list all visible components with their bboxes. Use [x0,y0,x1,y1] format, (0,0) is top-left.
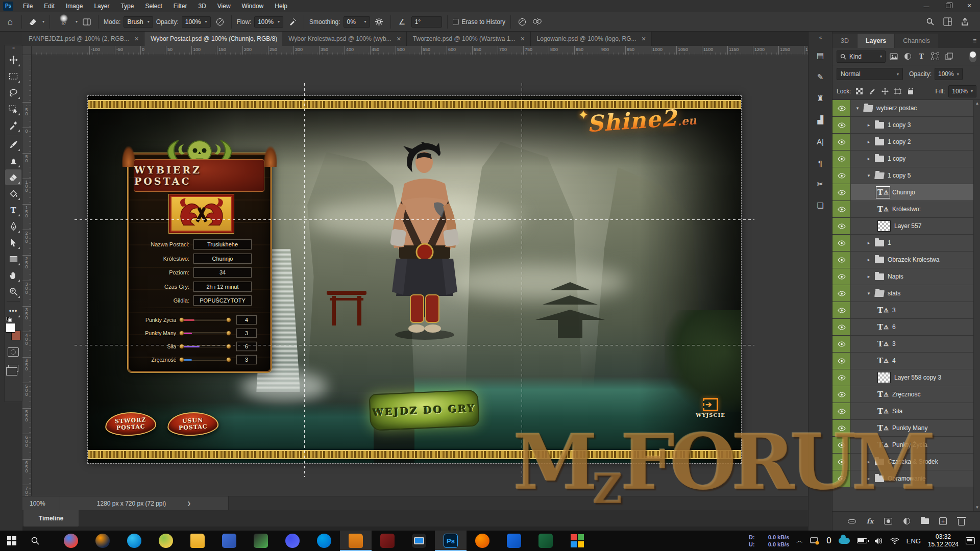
group-chevron-icon[interactable]: ▸ [866,122,871,128]
menu-window[interactable]: Window [236,0,270,12]
canvas[interactable]: ✦ Shine2.eu [88,96,741,463]
visibility-eye-icon[interactable] [832,167,851,184]
taskbar-search-button[interactable] [23,531,47,551]
eraser-preset-icon[interactable] [27,16,39,28]
visibility-eye-icon[interactable] [832,353,851,369]
scroll-up-icon[interactable]: ▲ [974,100,980,107]
erase-to-history-checkbox[interactable] [453,19,459,25]
visibility-eye-icon[interactable] [832,369,851,386]
blend-mode-select[interactable]: Normal▾ [837,68,903,80]
taskbar-app-teamviewer[interactable] [498,531,530,551]
brush-panel-toggle-icon[interactable] [81,16,93,28]
glyphs-panel-icon[interactable]: ✂ [812,176,829,193]
tab-3d[interactable]: 3D [832,34,857,48]
notification-center-icon[interactable] [966,537,975,544]
layer-row-3[interactable]: T⚠3 [832,336,980,353]
layer-row-layer-558-copy-3[interactable]: Layer 558 copy 3 [832,369,980,386]
menu-view[interactable]: View [212,0,236,12]
layer-row-zr-czno[interactable]: T⚠Zręczność [832,386,980,403]
horizontal-ruler[interactable]: -100-50050100150200250300350400450500550… [32,46,808,55]
paint-symmetry-icon[interactable] [531,16,544,28]
link-layers-icon[interactable] [846,515,858,528]
screen-mode-button[interactable] [8,365,18,372]
layer-row-3[interactable]: T⚠3 [832,302,980,319]
collapse-panels-icon[interactable]: « [808,32,832,43]
group-chevron-icon[interactable]: ▸ [866,274,871,279]
menu-select[interactable]: Select [139,0,167,12]
marquee-tool[interactable] [5,68,21,84]
taskbar-app-browser-chrome[interactable] [55,531,87,551]
path-selection-tool[interactable] [5,235,21,251]
eraser-tool[interactable] [5,169,21,185]
layer-row-napis[interactable]: ▸Napis [832,268,980,285]
layer-mask-icon[interactable] [882,515,894,528]
visibility-eye-icon[interactable] [832,268,851,285]
stat-slider-punkty-ycia[interactable] [179,317,231,322]
taskbar-app-app-dev-tool[interactable] [245,531,277,551]
wifi-icon[interactable] [890,537,899,544]
taskbar-app-photoshop[interactable]: Ps [435,531,467,551]
menu-help[interactable]: Help [269,0,293,12]
battery-icon[interactable] [857,538,867,543]
tab-channels[interactable]: Channels [895,34,938,48]
taskbar-app-browser-firefox-dark[interactable] [87,531,118,551]
tab-close-icon[interactable]: ✕ [397,36,401,42]
document-tab-4[interactable]: Tworzenie.psd @ 100% (Warstwa 1...✕ [407,32,531,46]
visibility-eye-icon[interactable] [832,437,851,453]
visibility-eye-icon[interactable] [832,252,851,268]
group-chevron-icon[interactable]: ▸ [866,156,871,161]
guide-horizontal-2[interactable] [75,345,754,345]
filter-shape-icon[interactable] [929,51,941,62]
search-icon[interactable] [924,16,936,28]
exit-button[interactable]: WYJSCIE [694,398,727,422]
visibility-eye-icon[interactable] [832,470,851,487]
layer-row-czaszka-srodek[interactable]: ▸Czaszka & Srodek [832,454,980,470]
fill-select[interactable]: 100%▾ [948,85,976,97]
taskbar-app-discord[interactable] [277,531,308,551]
document-tab-5[interactable]: Logowanie.psd @ 100% (logo, RG...✕ [531,32,652,46]
lock-all-icon[interactable] [906,87,915,96]
layer-row-punkty-many[interactable]: T⚠Punkty Many [832,420,980,437]
visibility-eye-icon[interactable] [832,454,851,470]
stat-slider-zr-czno[interactable] [179,357,231,362]
libraries-panel-icon[interactable]: ❏ [812,197,829,214]
paragraph-panel-icon[interactable]: ¶ [812,154,829,171]
lock-pixels-icon[interactable] [868,87,877,96]
tray-counter[interactable]: 0 [826,536,831,546]
filter-kind-select[interactable]: Kind ▾ [837,51,886,63]
layer-row-wybierz-postac[interactable]: ▾wybierz postac [832,100,980,117]
field-value-nazwa-postaci[interactable]: Trusiukhehe [193,239,252,249]
filter-type-icon[interactable]: T [916,51,927,62]
field-value-czas-gry[interactable]: 2h i 12 minut [193,282,252,292]
lock-position-icon[interactable] [880,87,890,96]
layer-row-1-copy-5[interactable]: ▾1 copy 5 [832,167,980,184]
tray-sync-icon[interactable] [810,537,819,545]
delete-layer-icon[interactable] [955,515,967,528]
toolbar-collapse-icon[interactable]: » [5,45,22,52]
group-chevron-icon[interactable]: ▸ [866,257,871,262]
brush-picker-caret[interactable]: ▾ [76,19,78,24]
visibility-eye-icon[interactable] [832,336,851,352]
guide-vertical-2[interactable] [522,83,522,477]
guide-horizontal-1[interactable] [75,219,754,220]
layer-row-4[interactable]: T⚠4 [832,353,980,369]
lasso-tool[interactable] [5,85,21,101]
document-tab-1[interactable]: FANPEJDZ1.psd @ 100% (2, RGB...✕ [22,32,144,46]
layer-row-6[interactable]: T⚠6 [832,319,980,336]
layer-row-1[interactable]: ▸1 [832,235,980,252]
close-button[interactable]: ✕ [959,0,980,12]
layer-row-punkty-ycia[interactable]: T⚠Punkty Życia [832,437,980,454]
histogram-panel-icon[interactable]: ▟ [812,111,829,129]
share-arrange-icon[interactable] [959,16,971,28]
smoothing-select[interactable]: 0%▾ [344,16,370,28]
taskbar-app-file-explorer[interactable] [182,531,213,551]
new-group-icon[interactable] [919,515,931,528]
visibility-eye-icon[interactable] [832,184,851,201]
layer-row-1-copy-2[interactable]: ▸1 copy 2 [832,134,980,151]
taskbar-app-app-dark-red[interactable] [372,531,403,551]
workspace-switcher-icon[interactable] [941,16,953,28]
cloud-icon[interactable] [839,538,850,544]
zoom-level-field[interactable]: 100% [22,496,60,511]
stat-slider-punkty-many[interactable] [179,331,231,336]
menu-image[interactable]: Image [60,0,88,12]
